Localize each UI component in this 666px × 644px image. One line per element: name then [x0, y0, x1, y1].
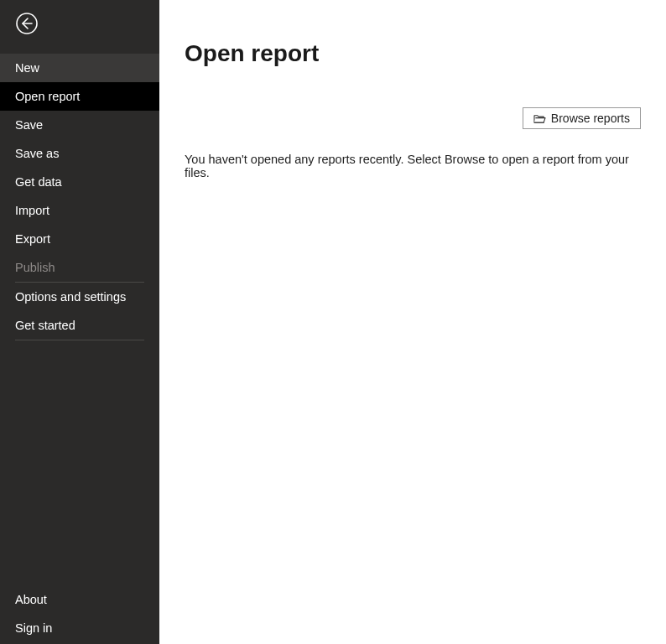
sidebar-item-save-as[interactable]: Save as — [0, 139, 159, 168]
sidebar-item-sign-in[interactable]: Sign in — [0, 614, 159, 642]
sidebar-item-import[interactable]: Import — [0, 196, 159, 225]
main-panel: Open report Browse reports You haven't o… — [159, 0, 666, 644]
sidebar-menu: New Open report Save Save as Get data Im… — [0, 54, 159, 644]
sidebar-item-export[interactable]: Export — [0, 225, 159, 253]
sidebar-item-publish: Publish — [0, 253, 159, 282]
browse-reports-label: Browse reports — [551, 112, 630, 125]
sidebar-item-save[interactable]: Save — [0, 111, 159, 139]
sidebar-item-new[interactable]: New — [0, 54, 159, 82]
sidebar-item-get-started[interactable]: Get started — [0, 311, 159, 340]
page-title: Open report — [185, 40, 641, 67]
sidebar: New Open report Save Save as Get data Im… — [0, 0, 159, 644]
browse-reports-button[interactable]: Browse reports — [523, 107, 641, 129]
sidebar-item-about[interactable]: About — [0, 585, 159, 614]
sidebar-bottom: About Sign in — [0, 585, 159, 644]
browse-row: Browse reports — [185, 107, 641, 129]
separator — [15, 340, 144, 340]
back-button[interactable] — [0, 0, 159, 54]
empty-reports-message: You haven't opened any reports recently.… — [185, 153, 641, 179]
sidebar-item-get-data[interactable]: Get data — [0, 168, 159, 196]
sidebar-item-options[interactable]: Options and settings — [0, 283, 159, 311]
sidebar-item-open-report[interactable]: Open report — [0, 82, 159, 111]
folder-open-icon — [533, 113, 546, 124]
back-arrow-icon — [15, 12, 39, 35]
